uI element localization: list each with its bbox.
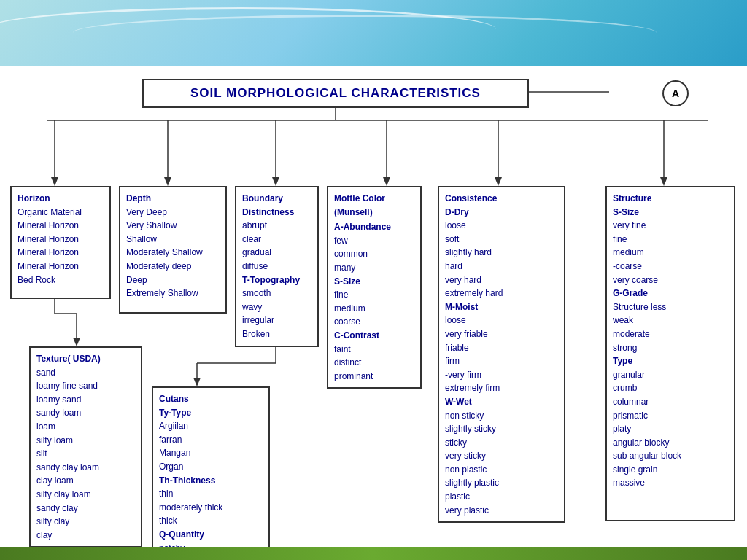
main-content: SOIL MORPHOLOGICAL CHARACTERISTICS A Hor… <box>0 66 747 547</box>
cutans-box: Cutans Ty-Type Argiilan farran Mangan Or… <box>152 386 270 547</box>
horizon-item-6: Bed Rock <box>18 273 104 287</box>
boundary-label: Boundary <box>242 192 311 206</box>
depth-item-6: Deep <box>126 273 220 287</box>
svg-marker-10 <box>383 177 390 186</box>
depth-label: Depth <box>126 192 220 206</box>
depth-item-5: Moderately deep <box>126 260 220 273</box>
horizon-item-3: Mineral Horizon <box>18 233 104 246</box>
texture-box: Texture( USDA) sand loamy fine sand loam… <box>29 346 142 547</box>
horizon-box: Horizon Organic Material Mineral Horizon… <box>10 186 111 299</box>
mottle-box: Mottle Color (Munsell) A-Abundance few c… <box>327 186 422 389</box>
boundary-box: Boundary Distinctness abrupt clear gradu… <box>235 186 319 347</box>
horizon-item-2: Mineral Horizon <box>18 219 104 233</box>
title-box: SOIL MORPHOLOGICAL CHARACTERISTICS <box>142 79 529 108</box>
diagram-area: SOIL MORPHOLOGICAL CHARACTERISTICS A Hor… <box>0 66 747 547</box>
horizon-item-5: Mineral Horizon <box>18 260 104 273</box>
bg-top <box>0 0 747 66</box>
depth-item-4: Moderately Shallow <box>126 246 220 260</box>
structure-box: Structure S-Size very fine fine medium -… <box>605 186 735 521</box>
horizon-item-1: Organic Material <box>18 206 104 219</box>
bg-bottom <box>0 547 747 560</box>
depth-item-3: Shallow <box>126 233 220 246</box>
depth-item-2: Very Shallow <box>126 219 220 233</box>
consistence-box: Consistence D-Dry loose soft slightly ha… <box>438 186 565 523</box>
svg-marker-18 <box>73 338 80 346</box>
svg-marker-8 <box>272 177 279 186</box>
svg-marker-22 <box>193 378 201 386</box>
wave2 <box>73 15 657 51</box>
page-title: SOIL MORPHOLOGICAL CHARACTERISTICS <box>190 86 481 100</box>
svg-marker-14 <box>660 177 667 186</box>
depth-item-1: Very Deep <box>126 206 220 219</box>
svg-marker-6 <box>164 177 171 186</box>
boundary-distinctness: Distinctness <box>242 206 311 219</box>
depth-box: Depth Very Deep Very Shallow Shallow Mod… <box>119 186 227 314</box>
svg-marker-12 <box>495 177 502 186</box>
horizon-label: Horizon <box>18 192 104 206</box>
svg-marker-4 <box>51 177 58 186</box>
circle-a: A <box>662 80 689 106</box>
depth-item-7: Extremely Shallow <box>126 287 220 300</box>
horizon-item-4: Mineral Horizon <box>18 246 104 260</box>
